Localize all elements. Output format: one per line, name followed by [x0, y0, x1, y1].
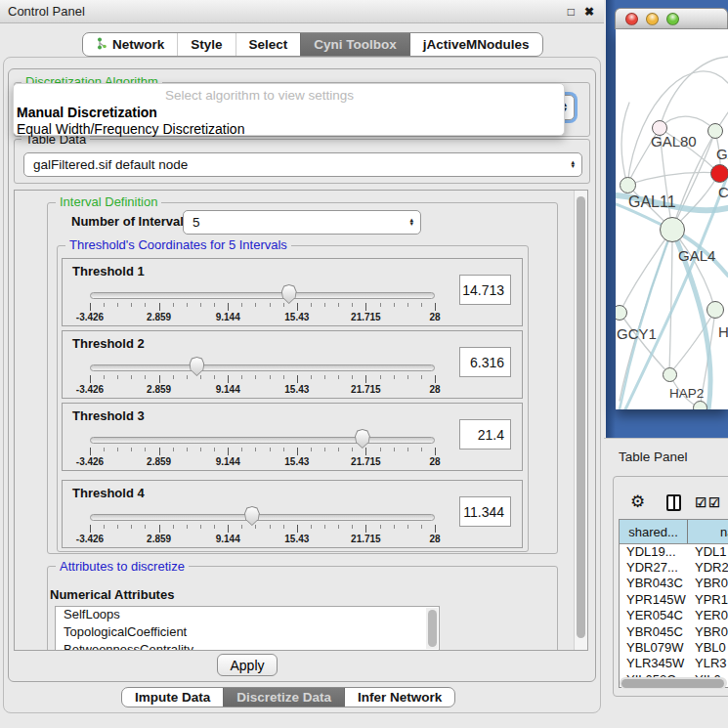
- dropdown-hint: Select algorithm to view settings: [14, 84, 564, 103]
- threshold-panel-3: Threshold 3-3.4262.8599.14415.4321.71528…: [62, 403, 523, 471]
- number-of-intervals-combobox[interactable]: 5 ▴▾: [183, 210, 421, 235]
- network-node-hap2[interactable]: [663, 367, 677, 382]
- tick-label: 28: [429, 384, 440, 395]
- network-canvas[interactable]: GAL80GACGAL11GAL4GCY1HHAP2: [616, 29, 728, 409]
- table-row[interactable]: YBR045CYBR0: [620, 623, 728, 639]
- bottom-tab-discretize-data[interactable]: Discretize Data: [223, 688, 344, 707]
- tick-mark: [270, 525, 271, 529]
- zoom-traffic-light[interactable]: [666, 13, 679, 25]
- bottom-tab-impute-data[interactable]: Impute Data: [122, 688, 223, 707]
- thresholds-group-title: Threshold's Coordinates for 5 Intervals: [65, 237, 291, 252]
- slider-thumb[interactable]: [280, 284, 297, 304]
- slider-track[interactable]: [90, 437, 435, 444]
- column-header-name[interactable]: na: [688, 520, 728, 543]
- tab-jactivemnodules[interactable]: jActiveMNodules: [409, 33, 542, 56]
- settings-vertical-scrollbar[interactable]: [574, 191, 587, 650]
- settings-scrollbar-thumb[interactable]: [577, 196, 585, 638]
- threshold-value-field[interactable]: 6.316: [459, 347, 511, 377]
- column-header-shared-name[interactable]: shared...: [620, 520, 688, 543]
- tick-mark: [435, 525, 436, 533]
- dropdown-option-manual-discretization[interactable]: Manual Discretization: [14, 103, 564, 120]
- threshold-slider[interactable]: -3.4262.8599.14415.4321.71528: [90, 481, 435, 549]
- tick-mark: [228, 448, 229, 455]
- close-icon[interactable]: ✖: [584, 5, 594, 19]
- tick-mark: [297, 375, 298, 383]
- tab-select[interactable]: Select: [236, 33, 301, 56]
- table-row[interactable]: YBR043CYBR0: [620, 576, 728, 591]
- table-panel-title: Table Panel: [619, 450, 688, 464]
- cell-name: YPR1: [688, 592, 728, 607]
- tick-mark: [255, 375, 256, 379]
- tick-mark: [283, 448, 284, 451]
- attributes-list-scrollbar[interactable]: [426, 608, 438, 649]
- slider-track[interactable]: [90, 292, 435, 299]
- network-window-titlebar[interactable]: [615, 8, 728, 29]
- dropdown-option-equal-width[interactable]: Equal Width/Frequency Discretization: [14, 120, 564, 137]
- tick-mark: [380, 525, 381, 529]
- list-item-topologicalcoefficient[interactable]: TopologicalCoefficient: [56, 624, 439, 642]
- cell-name: YDR2: [688, 560, 728, 575]
- table-row[interactable]: YDL19...YDL1: [620, 543, 728, 559]
- threshold-slider[interactable]: -3.4262.8599.14415.4321.71528: [90, 404, 435, 472]
- slider-track[interactable]: [90, 364, 435, 371]
- tab-style[interactable]: Style: [177, 33, 235, 56]
- network-node-bottom-node[interactable]: [693, 401, 707, 410]
- table-panel-titlebar: Table Panel: [604, 438, 728, 475]
- table-row[interactable]: YPR145WYPR1: [620, 591, 728, 607]
- table-row[interactable]: YDR27...YDR2: [620, 559, 728, 575]
- threshold-value-field[interactable]: 11.344: [459, 496, 511, 527]
- gear-icon[interactable]: ⚙: [630, 493, 645, 511]
- threshold-value-field[interactable]: 21.4: [459, 419, 511, 450]
- network-node-label-gal4: GAL4: [678, 247, 715, 264]
- network-node-gal3[interactable]: [707, 123, 723, 139]
- column-layout-icon[interactable]: [666, 494, 681, 511]
- tick-mark: [159, 525, 160, 533]
- tick-mark: [187, 525, 188, 529]
- tick-mark: [338, 303, 339, 307]
- tick-mark: [104, 303, 105, 307]
- close-traffic-light[interactable]: [625, 13, 638, 25]
- numerical-attributes-list[interactable]: SelfLoopsTopologicalCoefficientBetweenne…: [55, 606, 440, 651]
- tab-network[interactable]: Network: [83, 33, 177, 56]
- network-node-red-node[interactable]: [710, 164, 728, 183]
- table-data-combobox[interactable]: galFiltered.sif default node ▴▾: [23, 152, 582, 177]
- table-scrollbar-thumb[interactable]: [621, 679, 724, 688]
- tick-mark: [324, 448, 325, 451]
- tick-label: 15.43: [284, 534, 309, 544]
- float-window-icon[interactable]: □: [568, 5, 575, 19]
- table-row[interactable]: YER054CYER0: [620, 608, 728, 623]
- network-node-gal4[interactable]: [660, 217, 685, 242]
- tick-mark: [117, 448, 118, 451]
- network-node-gal11[interactable]: [620, 177, 636, 193]
- tick-mark: [117, 525, 118, 529]
- threshold-slider[interactable]: -3.4262.8599.14415.4321.71528: [90, 259, 435, 327]
- threshold-slider[interactable]: -3.4262.8599.14415.4321.71528: [90, 331, 435, 400]
- slider-thumb[interactable]: [243, 506, 260, 526]
- threshold-value-field[interactable]: 14.713: [459, 275, 511, 305]
- tick-label: 9.144: [216, 534, 240, 544]
- slider-thumb[interactable]: [189, 357, 205, 376]
- slider-track[interactable]: [90, 514, 435, 521]
- table-data-selected-value: galFiltered.sif default node: [33, 157, 188, 172]
- slider-tick-labels: -3.4262.8599.14415.4321.71528: [90, 456, 435, 468]
- attributes-group-title: Attributes to discretize: [56, 559, 189, 574]
- table-row[interactable]: YLR345WYLR3: [620, 656, 728, 671]
- cell-name: YBR0: [688, 576, 728, 590]
- bottom-tab-infer-network[interactable]: Infer Network: [344, 688, 454, 707]
- minimize-traffic-light[interactable]: [646, 13, 659, 25]
- tab-network-label: Network: [112, 37, 164, 52]
- attributes-list-scrollbar-thumb[interactable]: [428, 610, 437, 647]
- apply-button[interactable]: Apply: [217, 654, 278, 676]
- checkbox-icons[interactable]: ☑☑: [695, 495, 721, 510]
- tick-mark: [241, 303, 242, 307]
- tick-mark: [200, 448, 201, 451]
- tab-cyni-toolbox[interactable]: Cyni Toolbox: [300, 33, 409, 56]
- list-item-betweennesscentrality[interactable]: BetweennessCentrality: [56, 642, 439, 651]
- slider-thumb[interactable]: [354, 429, 370, 449]
- tick-label: 28: [429, 534, 440, 544]
- thumb-face: [355, 430, 369, 448]
- list-item-selfloops[interactable]: SelfLoops: [56, 607, 439, 624]
- network-node-h-node[interactable]: [707, 301, 724, 319]
- table-horizontal-scrollbar[interactable]: [620, 677, 727, 689]
- table-row[interactable]: YBL079WYBL0: [620, 639, 728, 655]
